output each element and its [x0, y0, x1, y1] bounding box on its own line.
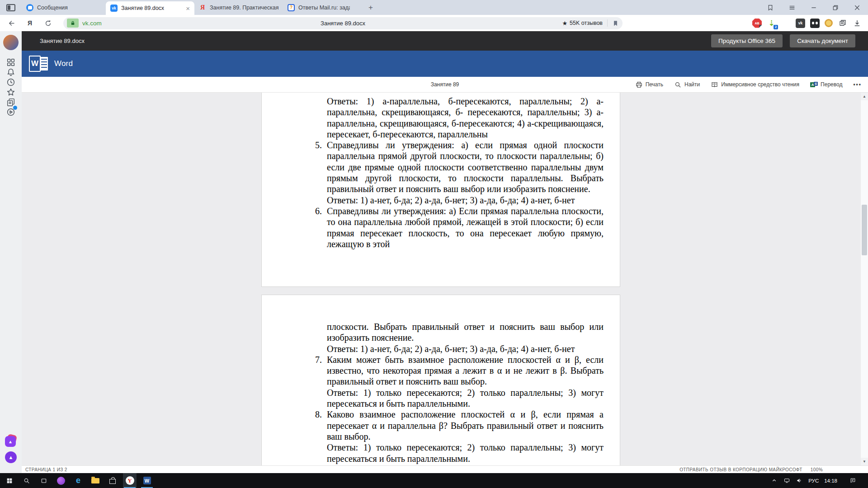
sidebar-bottom: ▲ ▲ [5, 436, 17, 473]
savefrom-extension-icon[interactable]: ⇣2 [767, 19, 776, 28]
profile-avatar[interactable] [3, 35, 19, 50]
volume-icon[interactable] [796, 477, 803, 484]
system-tray: РУС 14:18 [770, 477, 868, 484]
adblock-extension-icon[interactable]: AB3 [752, 19, 762, 28]
tab-vk-messages[interactable]: Сообщения [22, 0, 106, 15]
menu-icon[interactable] [788, 3, 797, 12]
reviews-label[interactable]: 55K отзывов [570, 20, 603, 26]
new-tab-button[interactable]: + [365, 3, 376, 12]
tab-strip: СообщенияvkЗанятие 89.docx×ЯЗанятие 89. … [22, 0, 354, 15]
mask-extension-icon[interactable] [810, 19, 820, 28]
bookmarks-icon[interactable] [6, 87, 16, 97]
browser-sidebar: ▲ ▲ [0, 31, 22, 473]
language-indicator[interactable]: РУС [808, 478, 819, 483]
scroll-up-icon[interactable]: ▲ [861, 93, 868, 100]
taskbar-music-app-icon[interactable] [54, 473, 68, 488]
network-icon[interactable] [783, 477, 790, 484]
taskbar-store-icon[interactable] [106, 473, 119, 488]
services-icon[interactable] [6, 57, 16, 67]
item-text: Каким может быть взаимное расположение п… [327, 354, 604, 387]
download-extension-icon[interactable] [852, 19, 862, 28]
window-controls [766, 3, 868, 12]
page-indicator[interactable]: СТРАНИЦА 1 ИЗ 2 [25, 467, 67, 472]
tab-bar: СообщенияvkЗанятие 89.docx×ЯЗанятие 89. … [0, 0, 868, 15]
document-page-1: Ответы: 1) а-параллельна, б-пересекаются… [261, 93, 620, 287]
pages-viewport: Ответы: 1) а-параллельна, б-пересекаются… [22, 93, 860, 465]
antivirus-shield-extension-icon[interactable]: ✓ [781, 19, 791, 28]
zoom-level[interactable]: 100% [811, 467, 823, 472]
action-search[interactable]: Найти [674, 81, 700, 89]
notifications-icon[interactable] [6, 67, 16, 77]
omnibox[interactable]: vk.com Занятие 89.docx ★ 55K отзывов [63, 17, 623, 29]
vk-icon: vk [110, 5, 118, 12]
doc-item: 6.Справедливы ли утверждения: а) Если пр… [327, 206, 604, 249]
tab-label: Сообщения [37, 5, 68, 11]
word-brand-bar: W Word [22, 51, 868, 77]
doc-item: 8.Каково взаимное расположение плоскосте… [327, 409, 604, 464]
url-text[interactable]: vk.com [82, 20, 102, 27]
item-answers: Ответы: 1) только пересекаются; 2) тольк… [327, 442, 604, 464]
item-text: Каково взаимное расположение плоскостей … [327, 409, 604, 442]
doc-item: 7.Каким может быть взаимное расположение… [327, 354, 604, 409]
alice-icon[interactable]: ▲ [5, 451, 17, 463]
document-header-title: Занятие 89.docx [40, 38, 85, 44]
yandex-home-icon[interactable]: Я [25, 19, 34, 28]
reviews-star-icon: ★ [562, 20, 567, 27]
download-document-button[interactable]: Скачать документ [790, 34, 855, 47]
scrollbar[interactable]: ▲ ▼ [860, 93, 868, 465]
secure-lock-icon[interactable] [67, 19, 79, 28]
action-center-icon[interactable] [849, 477, 856, 484]
sidebar-toggle-icon[interactable] [6, 4, 15, 11]
tab-mailru-answers[interactable]: ?Ответы Mail.ru: задать воп [283, 0, 354, 15]
coin-extension-icon[interactable] [825, 19, 833, 27]
video-icon[interactable] [6, 107, 16, 117]
taskbar-yandex-browser-icon[interactable]: Y [123, 473, 137, 488]
word-brand-label: Word [54, 59, 73, 68]
close-icon[interactable] [853, 3, 862, 12]
scroll-down-icon[interactable]: ▼ [861, 458, 868, 465]
item-number: 7. [315, 354, 322, 365]
action-translate[interactable]: АбПеревод [810, 81, 842, 89]
scrollbar-thumb[interactable] [862, 205, 867, 255]
extension-badge: 2 [774, 25, 778, 29]
item-number: 5. [315, 140, 322, 150]
history-icon[interactable] [6, 77, 16, 87]
tab-vk[interactable]: vkЗанятие 89.docx× [106, 1, 194, 15]
tab-yandex[interactable]: ЯЗанятие 89. Практическая [194, 0, 283, 15]
document-header: Занятие 89.docx Продукты Office 365 Скач… [22, 31, 868, 51]
more-options-icon[interactable]: ••• [853, 81, 862, 88]
address-bar: Я vk.com Занятие 89.docx ★ 55K отзывов A… [0, 15, 868, 31]
extensions-bar: AB3⇣2✓vk [752, 19, 868, 28]
office-products-button[interactable]: Продукты Office 365 [711, 34, 783, 47]
item-number: 8. [315, 409, 322, 420]
panel-flag-icon[interactable] [766, 3, 775, 12]
bookmark-icon[interactable] [612, 20, 619, 27]
vk-extension-icon[interactable]: vk [796, 19, 805, 28]
doc-paragraph: плоскости. Выбрать правильный ответ и по… [327, 321, 604, 354]
taskbar-task-view-icon[interactable] [37, 473, 51, 488]
feedback-link[interactable]: ОТПРАВИТЬ ОТЗЫВ В КОРПОРАЦИЮ МАЙКРОСОФТ [679, 467, 802, 472]
tabs-extension-icon[interactable] [838, 19, 847, 28]
clock[interactable]: 14:18 [824, 478, 837, 483]
tray-chevron-icon[interactable] [770, 477, 778, 484]
doc-paragraph: Ответы: 1) а-параллельна, б-пересекаются… [327, 96, 604, 140]
tab-close-icon[interactable]: × [181, 5, 190, 12]
taskbar-word-icon[interactable]: W [140, 473, 154, 488]
yandex-icon: Я [199, 4, 206, 11]
document-page-2: плоскости. Выбрать правильный ответ и по… [261, 295, 620, 465]
printer-icon [635, 81, 643, 89]
stories-icon[interactable]: ▲ [5, 436, 17, 448]
item-text: Справедливы ли утверждения: а) Если прям… [327, 206, 604, 249]
refresh-icon[interactable] [43, 19, 52, 28]
taskbar-search-icon[interactable] [20, 473, 33, 488]
minimize-icon[interactable] [809, 3, 818, 12]
action-printer[interactable]: Печать [635, 81, 663, 89]
restore-icon[interactable] [831, 3, 840, 12]
action-label: Найти [684, 81, 700, 88]
action-book[interactable]: Иммерсивное средство чтения [711, 81, 799, 89]
taskbar-explorer-icon[interactable] [89, 473, 102, 488]
page-title: Занятие 89.docx [321, 20, 365, 27]
taskbar-start-icon[interactable] [3, 473, 16, 488]
taskbar-edge-icon[interactable]: e [71, 473, 85, 488]
back-icon[interactable] [7, 19, 16, 28]
